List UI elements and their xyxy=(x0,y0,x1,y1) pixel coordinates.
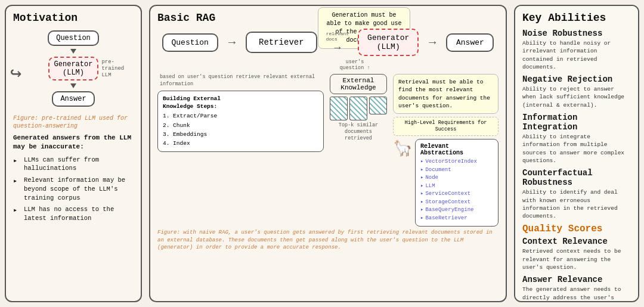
arrow-q-retriever: → xyxy=(228,36,236,49)
quality-1: Context Relevance Retrieved context need… xyxy=(522,237,631,271)
rag-question-box: Question xyxy=(162,33,218,52)
relevant-docs-group: relevantdocs → xyxy=(326,31,349,54)
step-2: 2. Chunk xyxy=(163,121,318,130)
abstraction-7: ▸BaseQueryEngine xyxy=(420,206,493,215)
arrow-gen-answer: → xyxy=(429,36,436,49)
abstraction-8: ▸BaseRetriever xyxy=(420,215,493,223)
ability-3: Information Integration Ability to integ… xyxy=(522,113,631,165)
bullet-list: ▸ LLMs can suffer from hallucinations ▸ … xyxy=(13,156,134,226)
arrow-q-to-g xyxy=(70,49,76,54)
ability-2-desc: Ability to reject to answer when lack su… xyxy=(522,85,631,109)
quality-1-desc: Retrieved context needs to be relevant f… xyxy=(522,247,631,271)
relevant-abstractions-group: 🦙 RelevantAbstractions ▸VectorStoreIndex… xyxy=(393,139,499,227)
bullet-item-2: ▸ Relevant information may be beyond sco… xyxy=(13,176,134,202)
bubble-bottom-text: Retrieval must be able to find the most … xyxy=(398,79,490,109)
ability-3-desc: Ability to integrate information from mu… xyxy=(522,133,631,165)
rag-retriever-box: Retriever xyxy=(246,32,317,53)
abilities-panel: Key Abilities Noise Robustness Ability t… xyxy=(514,5,639,302)
pretrained-label: pre-trained LLM xyxy=(101,59,131,78)
left-bottom: based on user's question retrieve releva… xyxy=(157,74,324,227)
abstraction-5: ▸ServiceContext xyxy=(420,190,493,199)
building-steps: Building ExternalKnowledge Steps: 1. Ext… xyxy=(157,91,324,152)
generated-text: Generated answers from the LLM may be in… xyxy=(13,134,134,152)
knowledge-bar-3 xyxy=(369,97,387,114)
building-steps-title: Building ExternalKnowledge Steps: xyxy=(163,95,318,111)
motivation-answer-box: Answer xyxy=(52,91,94,107)
ability-4-desc: Ability to identify and deal with known … xyxy=(522,188,631,220)
bubble-bottom: Retrieval must be able to find the most … xyxy=(393,74,499,114)
bullet-icon-2: ▸ xyxy=(13,176,21,187)
step-1: 1. Extract/Parse xyxy=(163,111,318,120)
quality-2: Answer Relevance The generated answer ne… xyxy=(522,275,631,302)
users-question-label: user'squestion ↑ xyxy=(339,59,370,71)
high-level-text: High-Level Requirements for Success xyxy=(405,120,487,132)
rag-figure-caption: Figure: with naive RAG, a user's questio… xyxy=(157,229,499,252)
ability-4-title: Counterfactual Robustness xyxy=(522,168,631,187)
knowledge-bar-2 xyxy=(349,97,367,120)
knowledge-bars xyxy=(330,97,387,120)
bullet-item-1: ▸ LLMs can suffer from hallucinations xyxy=(13,156,134,173)
quality-1-title: Context Relevance xyxy=(522,237,631,246)
rag-panel: Basic RAG Generation must be able to mak… xyxy=(149,5,507,302)
abstraction-6: ▸StorageContext xyxy=(420,199,493,207)
motivation-title: Motivation xyxy=(13,12,134,24)
quality-2-title: Answer Relevance xyxy=(522,275,631,284)
motivation-question-box: Question xyxy=(48,30,99,46)
rag-question-label: Question xyxy=(172,38,209,47)
ability-4: Counterfactual Robustness Ability to ide… xyxy=(522,168,631,220)
abstraction-3: ▸Node xyxy=(420,174,493,182)
motivation-figure-caption: Figure: pre-trained LLM used for questio… xyxy=(13,114,134,130)
users-question-area: user'squestion ↑ xyxy=(157,59,499,71)
curved-arrow: ↩ xyxy=(10,61,21,85)
rag-bottom: based on user's question retrieve releva… xyxy=(157,74,499,227)
motivation-question-label: Question xyxy=(56,34,91,42)
abstraction-2: ▸Document xyxy=(420,166,493,175)
bullet-text-2: Relevant information may be beyond scope… xyxy=(24,176,134,202)
step-4: 4. Index xyxy=(163,139,318,148)
bullet-icon-1: ▸ xyxy=(13,156,21,166)
bullet-text-3: LLM has no access to the latest informat… xyxy=(24,205,134,222)
rag-generator-label: Generator(LLM) xyxy=(367,33,409,51)
quality-scores-title: Quality Scores xyxy=(522,224,631,234)
right-bottom: Retrieval must be able to find the most … xyxy=(393,74,499,227)
external-knowledge-label: External Knowledge xyxy=(340,77,376,91)
ability-1: Noise Robustness Ability to handle noisy… xyxy=(522,29,631,71)
abstractions-title: RelevantAbstractions xyxy=(420,143,493,156)
ability-2: Negative Rejection Ability to reject to … xyxy=(522,75,631,109)
high-level-label: High-Level Requirements for Success xyxy=(393,117,499,136)
ability-2-title: Negative Rejection xyxy=(522,75,631,84)
motivation-generator-box: Generator(LLM) xyxy=(48,57,99,80)
topk-label: Top-k similar documents retrieved xyxy=(330,122,387,142)
arrow-ret-gen: → xyxy=(334,42,340,54)
rag-main-flow: Question → Retriever relevantdocs → Gene… xyxy=(157,29,499,56)
step-3: 3. Embeddings xyxy=(163,130,318,139)
abstraction-1: ▸VectorStoreIndex xyxy=(420,158,493,166)
ability-1-desc: Ability to handle noisy or irrelevant in… xyxy=(522,39,631,71)
rag-retriever-label: Retriever xyxy=(259,38,304,47)
motivation-generator-label: Generator(LLM) xyxy=(54,60,93,77)
abstraction-4: ▸LLM xyxy=(420,182,493,191)
bullet-icon-3: ▸ xyxy=(13,206,21,216)
knowledge-bar-1 xyxy=(330,97,348,120)
rag-answer-box: Answer xyxy=(446,33,494,52)
motivation-diagram: Question Generator(LLM) pre-trained LLM … xyxy=(13,29,134,108)
rag-answer-label: Answer xyxy=(456,38,484,47)
arrow-g-to-a xyxy=(70,83,76,88)
quality-2-desc: The generated answer needs to directly a… xyxy=(522,286,631,302)
abilities-title: Key Abilities xyxy=(522,12,631,24)
relevant-abstractions-box: RelevantAbstractions ▸VectorStoreIndex ▸… xyxy=(415,139,499,227)
external-knowledge-section: External Knowledge Top-k similar documen… xyxy=(330,74,387,227)
rag-generator-box: Generator(LLM) xyxy=(358,29,419,56)
relevant-docs-label: relevantdocs xyxy=(326,31,349,42)
llama-icon: 🦙 xyxy=(393,139,412,158)
based-on-label: based on user's question retrieve releva… xyxy=(160,74,324,88)
motivation-panel: Motivation Question Generator(LLM) pre-t… xyxy=(5,5,142,302)
bullet-text-1: LLMs can suffer from hallucinations xyxy=(24,156,134,173)
ability-1-title: Noise Robustness xyxy=(522,29,631,38)
motivation-answer-label: Answer xyxy=(60,95,86,103)
external-knowledge-box: External Knowledge xyxy=(330,74,387,94)
ability-3-title: Information Integration xyxy=(522,113,631,132)
bullet-item-3: ▸ LLM has no access to the latest inform… xyxy=(13,205,134,222)
